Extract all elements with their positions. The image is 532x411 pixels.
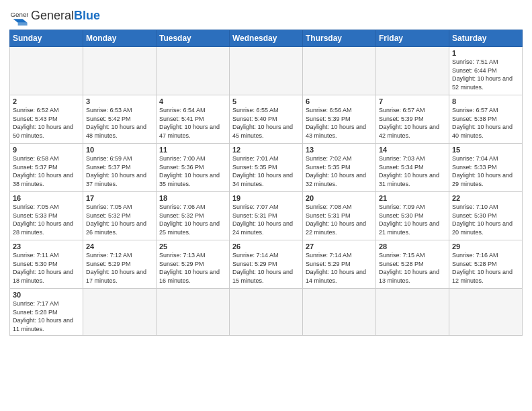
day-number: 28	[379, 242, 446, 250]
day-number: 12	[232, 146, 300, 154]
calendar-table: SundayMondayTuesdayWednesdayThursdayFrid…	[9, 30, 523, 336]
day-cell: 2Sunrise: 6:52 AM Sunset: 5:43 PM Daylig…	[10, 95, 83, 144]
day-cell: 14Sunrise: 7:03 AM Sunset: 5:34 PM Dayli…	[376, 144, 449, 192]
day-cell: 25Sunrise: 7:13 AM Sunset: 5:29 PM Dayli…	[157, 240, 230, 289]
day-info: Sunrise: 7:03 AM Sunset: 5:34 PM Dayligh…	[379, 154, 446, 188]
day-cell: 18Sunrise: 7:06 AM Sunset: 5:32 PM Dayli…	[157, 192, 230, 240]
week-row-1: 2Sunrise: 6:52 AM Sunset: 5:43 PM Daylig…	[10, 95, 523, 144]
day-cell: 12Sunrise: 7:01 AM Sunset: 5:35 PM Dayli…	[230, 144, 303, 192]
day-number: 14	[379, 146, 446, 154]
day-cell	[376, 47, 449, 95]
day-info: Sunrise: 7:08 AM Sunset: 5:31 PM Dayligh…	[306, 203, 373, 236]
day-cell: 10Sunrise: 6:59 AM Sunset: 5:37 PM Dayli…	[83, 144, 157, 192]
weekday-header-row: SundayMondayTuesdayWednesdayThursdayFrid…	[10, 30, 523, 47]
svg-marker-1	[13, 19, 28, 23]
day-number: 6	[306, 97, 373, 105]
page: General GeneralBlue SundayMondayTuesdayW…	[0, 0, 532, 411]
day-info: Sunrise: 6:56 AM Sunset: 5:39 PM Dayligh…	[306, 106, 373, 140]
day-cell: 17Sunrise: 7:05 AM Sunset: 5:32 PM Dayli…	[83, 192, 157, 240]
weekday-friday: Friday	[376, 30, 449, 47]
day-cell: 3Sunrise: 6:53 AM Sunset: 5:42 PM Daylig…	[83, 95, 157, 144]
day-number: 3	[86, 97, 153, 105]
day-info: Sunrise: 6:58 AM Sunset: 5:37 PM Dayligh…	[13, 154, 80, 188]
day-number: 21	[379, 194, 446, 202]
week-row-3: 16Sunrise: 7:05 AM Sunset: 5:33 PM Dayli…	[10, 192, 523, 240]
day-number: 29	[452, 242, 519, 250]
day-info: Sunrise: 7:14 AM Sunset: 5:29 PM Dayligh…	[306, 251, 373, 285]
day-number: 7	[379, 97, 446, 105]
day-number: 17	[86, 194, 153, 202]
weekday-sunday: Sunday	[10, 30, 83, 47]
weekday-saturday: Saturday	[449, 30, 523, 47]
day-info: Sunrise: 7:04 AM Sunset: 5:33 PM Dayligh…	[452, 154, 519, 188]
day-cell	[376, 289, 449, 336]
day-cell: 27Sunrise: 7:14 AM Sunset: 5:29 PM Dayli…	[303, 240, 376, 289]
day-info: Sunrise: 7:11 AM Sunset: 5:30 PM Dayligh…	[13, 251, 80, 285]
svg-marker-2	[18, 23, 28, 26]
day-cell: 16Sunrise: 7:05 AM Sunset: 5:33 PM Dayli…	[10, 192, 83, 240]
day-cell: 30Sunrise: 7:17 AM Sunset: 5:28 PM Dayli…	[10, 289, 83, 336]
day-cell	[303, 289, 376, 336]
logo: General GeneralBlue	[9, 7, 100, 26]
day-info: Sunrise: 7:14 AM Sunset: 5:29 PM Dayligh…	[232, 251, 300, 285]
day-cell: 8Sunrise: 6:57 AM Sunset: 5:38 PM Daylig…	[449, 95, 523, 144]
day-info: Sunrise: 7:12 AM Sunset: 5:29 PM Dayligh…	[86, 251, 153, 285]
day-info: Sunrise: 7:02 AM Sunset: 5:35 PM Dayligh…	[306, 154, 373, 188]
day-info: Sunrise: 7:16 AM Sunset: 5:28 PM Dayligh…	[452, 251, 519, 285]
day-info: Sunrise: 7:09 AM Sunset: 5:30 PM Dayligh…	[379, 203, 446, 236]
day-number: 26	[232, 242, 300, 250]
logo-text: GeneralBlue	[31, 9, 100, 23]
day-info: Sunrise: 6:55 AM Sunset: 5:40 PM Dayligh…	[232, 106, 300, 140]
svg-text:General: General	[10, 11, 28, 18]
day-number: 27	[306, 242, 373, 250]
day-info: Sunrise: 6:57 AM Sunset: 5:39 PM Dayligh…	[379, 106, 446, 140]
day-cell	[230, 289, 303, 336]
day-number: 30	[13, 291, 80, 299]
day-number: 8	[452, 97, 519, 105]
day-number: 15	[452, 146, 519, 154]
day-cell	[157, 47, 230, 95]
day-info: Sunrise: 7:17 AM Sunset: 5:28 PM Dayligh…	[13, 300, 80, 333]
week-row-4: 23Sunrise: 7:11 AM Sunset: 5:30 PM Dayli…	[10, 240, 523, 289]
day-number: 22	[452, 194, 519, 202]
day-info: Sunrise: 7:00 AM Sunset: 5:36 PM Dayligh…	[159, 154, 226, 188]
day-cell	[303, 47, 376, 95]
day-cell: 20Sunrise: 7:08 AM Sunset: 5:31 PM Dayli…	[303, 192, 376, 240]
day-cell: 11Sunrise: 7:00 AM Sunset: 5:36 PM Dayli…	[157, 144, 230, 192]
day-info: Sunrise: 7:05 AM Sunset: 5:33 PM Dayligh…	[13, 203, 80, 236]
day-number: 16	[13, 194, 80, 202]
day-cell: 29Sunrise: 7:16 AM Sunset: 5:28 PM Dayli…	[449, 240, 523, 289]
day-cell: 26Sunrise: 7:14 AM Sunset: 5:29 PM Dayli…	[230, 240, 303, 289]
day-info: Sunrise: 6:57 AM Sunset: 5:38 PM Dayligh…	[452, 106, 519, 140]
day-number: 20	[306, 194, 373, 202]
day-info: Sunrise: 7:13 AM Sunset: 5:29 PM Dayligh…	[159, 251, 226, 285]
week-row-2: 9Sunrise: 6:58 AM Sunset: 5:37 PM Daylig…	[10, 144, 523, 192]
day-number: 13	[306, 146, 373, 154]
day-info: Sunrise: 7:15 AM Sunset: 5:28 PM Dayligh…	[379, 251, 446, 285]
header: General GeneralBlue	[9, 7, 523, 26]
week-row-5: 30Sunrise: 7:17 AM Sunset: 5:28 PM Dayli…	[10, 289, 523, 336]
day-number: 10	[86, 146, 153, 154]
day-number: 18	[159, 194, 226, 202]
week-row-0: 1Sunrise: 7:51 AM Sunset: 6:44 PM Daylig…	[10, 47, 523, 95]
day-number: 1	[452, 49, 519, 57]
day-info: Sunrise: 6:52 AM Sunset: 5:43 PM Dayligh…	[13, 106, 80, 140]
day-number: 9	[13, 146, 80, 154]
day-cell	[449, 289, 523, 336]
weekday-monday: Monday	[83, 30, 157, 47]
day-cell: 9Sunrise: 6:58 AM Sunset: 5:37 PM Daylig…	[10, 144, 83, 192]
day-cell: 6Sunrise: 6:56 AM Sunset: 5:39 PM Daylig…	[303, 95, 376, 144]
day-cell	[10, 47, 83, 95]
day-info: Sunrise: 6:54 AM Sunset: 5:41 PM Dayligh…	[159, 106, 226, 140]
day-cell: 23Sunrise: 7:11 AM Sunset: 5:30 PM Dayli…	[10, 240, 83, 289]
day-cell: 4Sunrise: 6:54 AM Sunset: 5:41 PM Daylig…	[157, 95, 230, 144]
day-number: 5	[232, 97, 300, 105]
day-number: 11	[159, 146, 226, 154]
day-cell	[230, 47, 303, 95]
day-info: Sunrise: 7:10 AM Sunset: 5:30 PM Dayligh…	[452, 203, 519, 236]
day-number: 2	[13, 97, 80, 105]
day-cell: 21Sunrise: 7:09 AM Sunset: 5:30 PM Dayli…	[376, 192, 449, 240]
day-info: Sunrise: 7:07 AM Sunset: 5:31 PM Dayligh…	[232, 203, 300, 236]
day-cell: 5Sunrise: 6:55 AM Sunset: 5:40 PM Daylig…	[230, 95, 303, 144]
day-cell: 19Sunrise: 7:07 AM Sunset: 5:31 PM Dayli…	[230, 192, 303, 240]
